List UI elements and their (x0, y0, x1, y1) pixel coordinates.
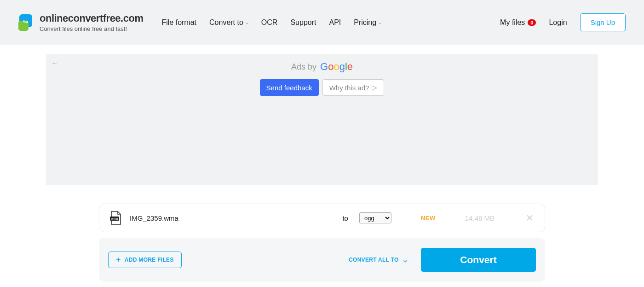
status-badge: NEW (421, 215, 436, 222)
ads-by-label: Ads by (291, 62, 316, 72)
logo-subtitle: Convert files online free and fast! (40, 25, 143, 32)
ad-buttons: Send feedback Why this ad? ▷ (46, 79, 598, 96)
my-files-link[interactable]: My files 0 (500, 18, 536, 27)
nav-api[interactable]: API (329, 18, 341, 27)
file-row: wma IMG_2359.wma to ogg NEW 14.48 MB ✕ (99, 204, 545, 232)
format-select[interactable]: ogg (359, 212, 391, 223)
plus-icon: + (116, 257, 121, 263)
right-nav: My files 0 Login Sign Up (500, 13, 626, 31)
nav-convert-to[interactable]: Convert to ⌵ (209, 18, 248, 27)
logo-text: onlineconvertfree.com Convert files onli… (40, 12, 143, 32)
logo-icon: ↪ (18, 14, 35, 31)
main-nav: File format Convert to ⌵ OCR Support API… (161, 18, 500, 27)
my-files-badge: 0 (528, 19, 536, 26)
chevron-down-icon: ⌵ (379, 20, 381, 25)
logo-title: onlineconvertfree.com (40, 12, 143, 24)
nav-support[interactable]: Support (290, 18, 316, 27)
send-feedback-button[interactable]: Send feedback (260, 79, 319, 96)
my-files-label: My files (500, 18, 525, 27)
to-label: to (342, 214, 348, 222)
header: ↪ onlineconvertfree.com Convert files on… (0, 0, 644, 45)
convert-all-label: CONVERT ALL TO (349, 257, 399, 263)
why-this-ad-button[interactable]: Why this ad? ▷ (322, 79, 385, 96)
google-logo: Google (320, 61, 353, 73)
ad-block: ← Ads by Google Send feedback Why this a… (46, 54, 598, 185)
convert-button[interactable]: Convert (421, 248, 536, 272)
ad-back-arrow-icon[interactable]: ← (52, 59, 58, 67)
signup-button[interactable]: Sign Up (580, 13, 626, 31)
file-type-icon: wma (109, 211, 123, 225)
file-size: 14.48 MB (465, 214, 494, 222)
close-icon: ✕ (526, 213, 534, 223)
chevron-down-icon: ⌵ (246, 20, 248, 25)
remove-file-button[interactable]: ✕ (524, 212, 535, 223)
why-this-ad-label: Why this ad? (329, 84, 369, 92)
nav-pricing-label: Pricing (354, 18, 376, 27)
nav-file-format[interactable]: File format (161, 18, 196, 27)
add-more-files-button[interactable]: + ADD MORE FILES (108, 252, 182, 268)
add-more-label: ADD MORE FILES (125, 257, 174, 263)
adchoices-icon: ▷ (372, 83, 377, 92)
nav-convert-to-label: Convert to (209, 18, 243, 27)
logo[interactable]: ↪ onlineconvertfree.com Convert files on… (18, 12, 143, 32)
convert-all-to-dropdown[interactable]: CONVERT ALL TO ⌵ (349, 256, 407, 264)
nav-pricing[interactable]: Pricing ⌵ (354, 18, 381, 27)
login-link[interactable]: Login (549, 18, 567, 27)
file-name: IMG_2359.wma (130, 214, 178, 222)
nav-ocr[interactable]: OCR (261, 18, 278, 27)
action-row: + ADD MORE FILES CONVERT ALL TO ⌵ Conver… (99, 238, 545, 282)
content: wma IMG_2359.wma to ogg NEW 14.48 MB ✕ +… (99, 204, 545, 282)
ad-header: Ads by Google (46, 61, 598, 73)
chevron-down-icon: ⌵ (403, 256, 407, 264)
svg-text:wma: wma (111, 217, 118, 220)
